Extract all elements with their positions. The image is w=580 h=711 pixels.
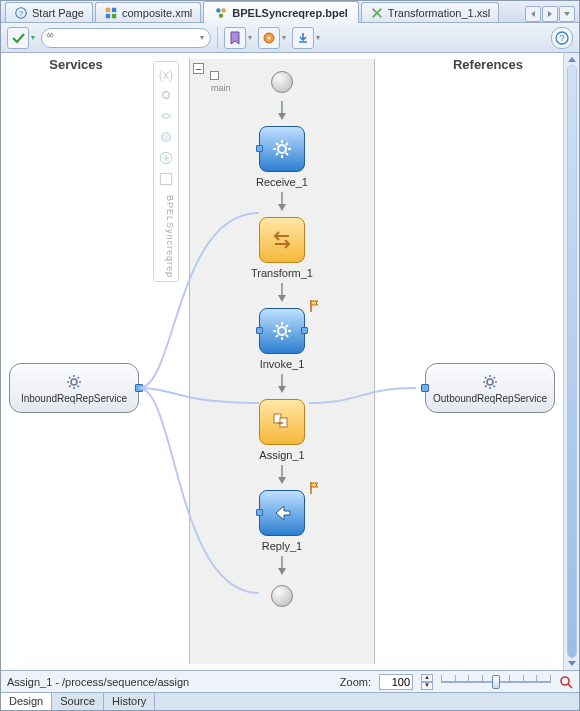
reference-label: OutboundReqRepService — [433, 393, 547, 404]
receive-node[interactable]: Receive_1 — [256, 126, 308, 188]
view-tab-source[interactable]: Source — [52, 693, 104, 710]
help-button[interactable]: ? — [551, 27, 573, 49]
bpel-canvas[interactable]: Services InboundReqRepService – main (x) — [1, 53, 563, 670]
flag-icon — [308, 299, 320, 313]
zoom-up-button[interactable]: ▲ — [421, 674, 433, 682]
assign-icon — [270, 410, 294, 434]
svg-rect-5 — [112, 13, 116, 17]
gear-icon — [65, 373, 83, 391]
file-tab-bar: ? Start Page composite.xml BPELSyncreqre… — [1, 1, 579, 23]
view-tab-bar: Design Source History — [1, 692, 579, 710]
service-label: InboundReqRepService — [21, 393, 127, 404]
scroll-down-icon[interactable] — [567, 658, 577, 668]
tab-transformation[interactable]: Transformation_1.xsl — [361, 2, 499, 22]
tab-label: Transformation_1.xsl — [388, 7, 490, 19]
view-tab-design[interactable]: Design — [1, 693, 52, 710]
tab-label: Start Page — [32, 7, 84, 19]
node-port-right[interactable] — [301, 327, 308, 334]
editor-main: Services InboundReqRepService – main (x) — [1, 53, 579, 670]
node-label: Assign_1 — [259, 449, 304, 461]
scroll-up-icon[interactable] — [567, 55, 577, 65]
status-bar: Assign_1 - /process/sequence/assign Zoom… — [1, 670, 579, 692]
flag-icon — [308, 481, 320, 495]
gear-icon — [481, 373, 499, 391]
svg-point-25 — [487, 379, 493, 385]
svg-rect-3 — [112, 7, 116, 11]
svg-point-6 — [216, 8, 220, 12]
vertical-scrollbar[interactable] — [563, 53, 579, 670]
transform-node[interactable]: Transform_1 — [251, 217, 313, 279]
node-label: Reply_1 — [262, 540, 302, 552]
node-port-left[interactable] — [256, 509, 263, 516]
tab-list-dropdown[interactable] — [559, 6, 575, 22]
zoom-label: Zoom: — [340, 676, 371, 688]
deploy-button[interactable]: ▾ — [292, 27, 320, 49]
tab-composite[interactable]: composite.xml — [95, 2, 201, 22]
search-box[interactable]: ▾ — [41, 28, 211, 48]
reply-node[interactable]: Reply_1 — [259, 490, 305, 552]
svg-point-15 — [71, 379, 77, 385]
transform-icon — [270, 228, 294, 252]
inbound-service-node[interactable]: InboundReqRepService — [9, 363, 139, 413]
svg-rect-2 — [106, 7, 110, 11]
svg-point-10 — [50, 34, 53, 37]
svg-point-26 — [561, 677, 569, 685]
svg-point-8 — [219, 13, 223, 17]
svg-text:?: ? — [559, 33, 564, 43]
svg-rect-4 — [106, 13, 110, 17]
node-label: Transform_1 — [251, 267, 313, 279]
reply-icon — [270, 501, 294, 525]
selection-path: Assign_1 - /process/sequence/assign — [7, 676, 189, 688]
editor-toolbar: ▾ ▾ ▾ ▾ ▾ ? — [1, 23, 579, 53]
node-port-left[interactable] — [256, 145, 263, 152]
bpel-icon — [214, 6, 228, 20]
app-frame: ? Start Page composite.xml BPELSyncreqre… — [0, 0, 580, 711]
view-tab-history[interactable]: History — [104, 693, 155, 710]
bookmark-button[interactable]: ▾ — [224, 27, 252, 49]
node-label: Invoke_1 — [260, 358, 305, 370]
assign-node[interactable]: Assign_1 — [259, 399, 305, 461]
zoom-input[interactable] — [379, 674, 413, 690]
validate-button[interactable]: ▾ — [7, 27, 35, 49]
svg-point-9 — [47, 34, 50, 37]
search-dropdown-icon[interactable]: ▾ — [200, 33, 204, 42]
tab-label: composite.xml — [122, 7, 192, 19]
zoom-slider-knob[interactable] — [492, 675, 500, 689]
svg-text:?: ? — [19, 8, 24, 17]
gear-icon — [270, 319, 294, 343]
flow-end[interactable] — [271, 585, 293, 607]
svg-point-12 — [268, 36, 271, 39]
zoom-fit-icon[interactable] — [559, 675, 573, 689]
zoom-slider[interactable] — [441, 675, 551, 689]
invoke-node[interactable]: Invoke_1 — [259, 308, 305, 370]
references-header: References — [413, 53, 563, 74]
binoculars-icon — [46, 31, 54, 45]
action-button[interactable]: ▾ — [258, 27, 286, 49]
zoom-down-button[interactable]: ▼ — [421, 682, 433, 690]
tab-scroll-right[interactable] — [542, 6, 558, 22]
xsl-icon — [370, 6, 384, 20]
node-port-left[interactable] — [256, 327, 263, 334]
help-icon: ? — [14, 6, 28, 20]
svg-point-22 — [278, 327, 286, 335]
tab-start-page[interactable]: ? Start Page — [5, 2, 93, 22]
node-label: Receive_1 — [256, 176, 308, 188]
outbound-reference-node[interactable]: OutboundReqRepService — [425, 363, 555, 413]
composite-icon — [104, 6, 118, 20]
svg-point-7 — [222, 8, 226, 12]
service-port[interactable] — [135, 384, 143, 392]
search-input[interactable] — [58, 31, 200, 45]
services-header: Services — [1, 53, 151, 74]
reference-port[interactable] — [421, 384, 429, 392]
svg-point-21 — [278, 145, 286, 153]
tab-bpel[interactable]: BPELSyncreqrep.bpel — [203, 1, 359, 23]
tab-label: BPELSyncreqrep.bpel — [232, 7, 348, 19]
gear-icon — [270, 137, 294, 161]
flow-start[interactable] — [271, 71, 293, 93]
tab-scroll-left[interactable] — [525, 6, 541, 22]
scrollbar-thumb[interactable] — [568, 66, 576, 657]
